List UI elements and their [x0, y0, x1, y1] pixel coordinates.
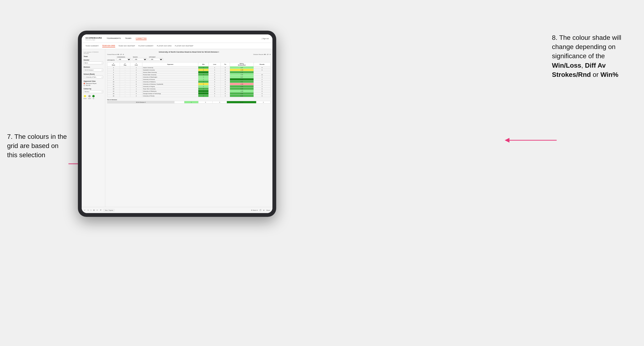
cell-tie: 0	[221, 76, 230, 78]
legend-down: Down	[84, 95, 87, 99]
sidebar-division-select[interactable]: NCAA Division I	[84, 69, 103, 71]
cell-conf: 1	[130, 71, 142, 74]
data-table: #Rank #Reg #Conf Opponent Win Loss Tie D…	[107, 62, 270, 97]
cell-win: 5	[198, 71, 209, 74]
cell-reg: -	[120, 71, 130, 74]
cell-conf: 5	[130, 81, 142, 83]
sidebar-school-select[interactable]: 1. University of Nort...	[84, 76, 103, 78]
filter-region-select[interactable]: (All)	[133, 58, 147, 61]
clock-icon[interactable]: ⏱	[100, 209, 102, 211]
cell-conf: 6	[130, 90, 142, 92]
sign-out[interactable]: | Sign out	[262, 38, 269, 39]
nav-tournaments[interactable]: TOURNAMENTS	[107, 37, 121, 40]
cell-win: 5	[198, 92, 209, 95]
sidebar-opponent-label: Opponent View	[84, 80, 103, 82]
cell-loss: 1	[209, 66, 221, 69]
col-rank: #Rank	[108, 62, 120, 66]
cell-rank: 12	[108, 85, 120, 88]
table-row: 6 - 2 Florida State University 4 2 0 1.8…	[108, 74, 270, 76]
cell-loss: 1	[209, 71, 221, 74]
cell-opponent: University of Virginia	[142, 85, 198, 88]
cell-conf: 2	[130, 95, 142, 97]
svg-marker-3	[505, 138, 510, 143]
cell-loss: 0	[209, 92, 221, 95]
subnav-team-summary[interactable]: TEAM SUMMARY	[86, 44, 99, 47]
cell-rounds: 3	[254, 83, 270, 85]
sidebar-colour-select[interactable]: Win/loss	[84, 90, 103, 93]
cell-tie: 0	[221, 85, 230, 88]
undo-icon[interactable]: ↩	[84, 209, 86, 211]
watch-btn[interactable]: 👁Watch ▾	[251, 209, 258, 211]
logo-sub: Powered by clippd	[86, 39, 102, 40]
col-loss: Loss	[209, 62, 221, 66]
sidebar-opponent-top100[interactable]: Top 100	[84, 85, 103, 86]
subnav-team-h2h-heatmap[interactable]: TEAM H2H HEATMAP	[118, 44, 135, 47]
cell-win: 3	[198, 81, 209, 83]
sidebar-school-section: School (Rank) 1. University of Nort...	[84, 73, 103, 78]
cell-reg: -	[120, 83, 130, 85]
table-row: 8 - 2 University of Washington 1 0 0 3.6…	[108, 76, 270, 78]
cell-rank: 10	[108, 81, 120, 83]
cell-diff: 9.00	[230, 78, 254, 81]
subnav-player-h2h-grid[interactable]: PLAYER H2H GRID	[157, 44, 172, 47]
nav-committee[interactable]: COMMITTEE	[136, 37, 147, 40]
cell-reg: -	[120, 81, 130, 83]
cell-win: 3	[198, 95, 209, 97]
sidebar-gender-section: Gender Men's	[84, 59, 103, 64]
division-record: Division Record: 88 - 17 - 0	[253, 54, 270, 55]
cell-rank: 6	[108, 74, 120, 76]
table-row: 14 - 6 University of Oklahoma 5 0 0 -1.0…	[108, 90, 270, 92]
filter-conference-select[interactable]: (All)	[117, 58, 131, 61]
redo-icon[interactable]: ↪	[87, 209, 89, 211]
col-opponent: Opponent	[142, 62, 198, 66]
cell-diff: 1.83	[230, 74, 254, 76]
radio-dot-top100	[84, 85, 85, 86]
sidebar-gender-label: Gender	[84, 59, 103, 61]
subnav-player-summary[interactable]: PLAYER SUMMARY	[138, 44, 154, 47]
nav-teams[interactable]: TEAMS	[125, 37, 132, 40]
cell-rank: 8	[108, 76, 120, 78]
comment-btn[interactable]: 💬	[260, 209, 261, 211]
cell-opponent: Georgia Institute of Technology	[142, 92, 198, 95]
cell-rounds	[254, 71, 270, 74]
cell-tie: 0	[221, 92, 230, 95]
cell-conf: 2	[130, 76, 142, 78]
cell-opponent: Florida State University	[142, 74, 198, 76]
cell-tie: 0	[221, 74, 230, 76]
annotation-right: 8. The colour shade will change dependin…	[552, 33, 637, 79]
cell-rank: 15	[108, 92, 120, 95]
overall-record: Overall Record: 89 - 17 - 0	[107, 54, 124, 55]
cell-diff: -1.00	[230, 90, 254, 92]
subnav-player-h2h-heatmap[interactable]: PLAYER H2H HEATMAP	[175, 44, 193, 47]
cell-conf: 2	[130, 69, 142, 71]
col-reg: #Reg	[120, 62, 130, 66]
cell-rounds: 9	[254, 66, 270, 69]
out-of-div-rounds: 3	[256, 101, 270, 103]
logo-title: SCOREBOARD	[86, 37, 102, 39]
sidebar-school-label: School (Rank)	[84, 73, 103, 75]
cut-icon[interactable]: ✂	[96, 209, 98, 211]
table-row: 4 - 1 Arizona State University 5 1 0 2.2…	[108, 71, 270, 74]
cell-conf: 6	[130, 83, 142, 85]
sidebar-colour-label: Colour by	[84, 88, 103, 90]
subnav-team-h2h-grid[interactable]: TEAM H2H GRID	[102, 44, 115, 47]
sidebar-gender-select[interactable]: Men's	[84, 61, 103, 64]
view-original-btn[interactable]: View: Original	[104, 209, 114, 211]
annotation-left: 7. The colours in the grid are based on …	[7, 132, 68, 160]
top-nav: SCOREBOARD Powered by clippd TOURNAMENTS…	[82, 34, 272, 43]
present-btn[interactable]: ⊞	[263, 209, 264, 211]
cell-tie: 0	[221, 66, 230, 69]
cell-loss: 0	[209, 81, 221, 83]
out-of-div-name: NCAA Division II	[108, 101, 174, 103]
filter-opponent-select[interactable]: (All)	[149, 58, 163, 61]
sidebar-opponent-played[interactable]: Opponents Played	[84, 83, 103, 84]
table-row: 11 - 6 University of Arkansas, Fayettevi…	[108, 83, 270, 85]
cell-opponent: Texas Tech University	[142, 88, 198, 90]
col-diff: Diff AvStrokes/Rnd	[230, 62, 254, 66]
share-btn[interactable]: Share	[266, 209, 270, 211]
forward-icon[interactable]: ⟩	[91, 209, 91, 211]
tablet-frame: SCOREBOARD Powered by clippd TOURNAMENTS…	[78, 31, 276, 217]
sub-nav: TEAM SUMMARY TEAM H2H GRID TEAM H2H HEAT…	[82, 43, 272, 49]
crop-icon[interactable]: ⊞	[93, 209, 95, 211]
cell-rank: 16	[108, 95, 120, 97]
